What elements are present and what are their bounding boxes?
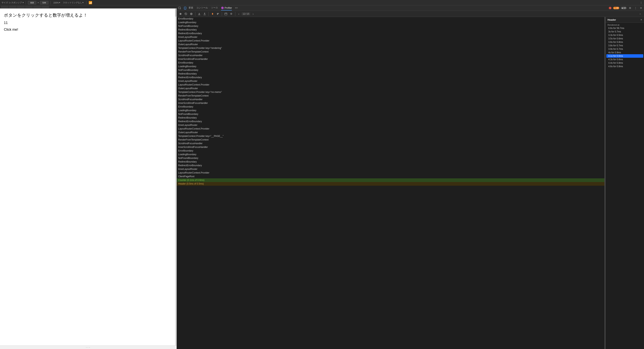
tree-item[interactable]: ErrorBoundary — [177, 105, 604, 109]
no-wifi-icon[interactable]: 📶 — [88, 1, 92, 5]
tree-item[interactable]: LoadingBoundary — [177, 65, 604, 68]
tree-item[interactable]: NotFoundBoundary — [177, 24, 604, 28]
tree-item[interactable]: ErrorBoundary — [177, 17, 604, 21]
width-input[interactable] — [28, 1, 36, 4]
scrollbar-thumb[interactable] — [175, 9, 177, 16]
tree-item[interactable]: RenderFromTemplateContext — [177, 138, 604, 142]
height-input[interactable] — [40, 1, 48, 4]
tree-item[interactable]: RedirectErrorBoundary — [177, 120, 604, 123]
tree-item[interactable]: LayoutRouterContext.Provider — [177, 39, 604, 43]
slotting-label: スロットリングなし — [63, 1, 82, 4]
render-item[interactable]: 3.8s for 0.7ms — [606, 44, 643, 47]
device-icon[interactable] — [183, 6, 187, 10]
render-item[interactable]: 0.6s for 59.7ms — [606, 26, 643, 30]
tree-item[interactable]: LoadingBoundary — [177, 21, 604, 24]
toolbar-more-icon[interactable]: ⋮ — [640, 1, 642, 4]
tree-item[interactable]: OuterLayoutRouter — [177, 43, 604, 46]
error-badge[interactable]: 1 — [609, 7, 612, 9]
tree-item[interactable]: LoadingBoundary — [177, 153, 604, 156]
tree-item[interactable]: InnerScrollAndFocusHandler — [177, 57, 604, 61]
render-item[interactable]: 4.3s for 0.6ms — [606, 58, 643, 61]
next-commit-button[interactable]: › — [251, 12, 255, 16]
more-options-icon[interactable]: ⋮ — [634, 6, 638, 10]
settings-icon[interactable]: ⚙ — [628, 6, 632, 10]
tree-item[interactable]: ErrorBoundary — [177, 61, 604, 65]
tab-elements[interactable]: 要素 — [188, 6, 193, 10]
devtools-right-icons: 1 △ 18 ■ 18 ⚙ ⋮ ✕ — [609, 6, 643, 10]
tree-item[interactable]: RedirectBoundary — [177, 116, 604, 120]
tree-item[interactable]: NotFoundBoundary — [177, 68, 604, 72]
load-button[interactable] — [197, 12, 202, 16]
tree-item[interactable]: NotFoundBoundary — [177, 156, 604, 160]
inspect-icon[interactable] — [178, 6, 182, 10]
tree-item[interactable]: TemplateContext.Provider key="__PAGE__" — [177, 134, 604, 138]
tree-item[interactable]: InnerLayoutRouter — [177, 79, 604, 83]
expand-right-button[interactable]: › — [638, 12, 642, 16]
tree-item[interactable]: ClientPageRoot — [177, 175, 604, 178]
slotting-dropdown[interactable]: スロットリングなし ▾ — [62, 1, 84, 4]
tree-item[interactable]: LoadingBoundary — [177, 109, 604, 112]
tree-item[interactable]: TemplateContext.Provider key="rendering" — [177, 46, 604, 50]
record-button[interactable] — [178, 12, 183, 16]
close-devtools-icon[interactable]: ✕ — [639, 6, 643, 10]
zoom-dropdown[interactable]: 150% ▾ — [52, 1, 61, 4]
render-item[interactable]: 3.3s for 0.5ms — [606, 34, 643, 37]
render-item[interactable]: 4s for 0.9ms — [606, 51, 643, 54]
tree-item[interactable]: ErrorBoundary — [177, 149, 604, 153]
clear-button[interactable] — [189, 12, 194, 16]
tree-item[interactable]: RedirectBoundary — [177, 28, 604, 32]
render-item[interactable]: 4.6s for 0.8ms — [606, 65, 643, 68]
tree-item[interactable]: RenderFromTemplateContext — [177, 94, 604, 98]
tree-item[interactable]: RedirectBoundary — [177, 160, 604, 164]
warning-badge[interactable]: △ 18 — [613, 7, 619, 9]
tree-item[interactable]: OuterLayoutRouter — [177, 87, 604, 90]
tree-item[interactable]: RenderFromTemplateContext — [177, 50, 604, 54]
tree-item[interactable]: Counter (0.1ms of 0.6ms) — [177, 178, 604, 182]
render-list: 0.6s for 59.7ms3s for 0.7ms3.3s for 0.5m… — [606, 26, 644, 68]
tree-item[interactable]: InnerScrollAndFocusHandler — [177, 145, 604, 149]
tree-item[interactable]: RedirectErrorBoundary — [177, 76, 604, 79]
render-item[interactable]: 3.6s for 0.8ms — [606, 40, 643, 44]
flamechart-button[interactable] — [210, 12, 215, 16]
info-badge[interactable]: ■ 18 — [621, 7, 627, 9]
ranked-button[interactable] — [216, 12, 220, 16]
reload-button[interactable] — [184, 12, 188, 16]
prev-commit-button[interactable]: ‹ — [237, 12, 241, 16]
render-item[interactable]: 3.9s for 0.7ms — [606, 47, 643, 51]
right-panel-close-button[interactable]: × — [640, 18, 642, 21]
tree-item[interactable]: Header (0.5ms of 0.5ms) — [177, 182, 604, 186]
error-count: 1 — [610, 7, 611, 9]
tree-item[interactable]: LayoutRouterContext.Provider — [177, 171, 604, 175]
click-me-button[interactable]: Click me! — [4, 28, 18, 32]
timeline-button[interactable] — [224, 12, 228, 16]
tree-item[interactable]: ScrollAndFocusHandler — [177, 98, 604, 101]
tab-profiler[interactable]: 🟣 Profiler — [221, 6, 232, 10]
tab-more[interactable]: >> — [235, 6, 238, 10]
render-item[interactable]: 3.5s for 0.6ms — [606, 37, 643, 40]
tree-item[interactable]: TemplateContext.Provider key="no-memo" — [177, 90, 604, 94]
tree-item[interactable]: InnerLayoutRouter — [177, 35, 604, 39]
render-item[interactable]: 4.1s for 0.6ms — [606, 54, 643, 58]
right-panel-header: Header × — [606, 17, 644, 22]
tree-item[interactable]: InnerLayoutRouter — [177, 123, 604, 127]
save-button[interactable] — [202, 12, 207, 16]
preview-scrollbar[interactable] — [175, 8, 177, 346]
tree-item[interactable]: LayoutRouterContext.Provider — [177, 127, 604, 131]
tree-item[interactable]: LayoutRouterContext.Provider — [177, 83, 604, 87]
tree-item[interactable]: InnerScrollAndFocusHandler — [177, 101, 604, 105]
render-item[interactable]: 3s for 0.7ms — [606, 30, 643, 34]
tree-item[interactable]: OuterLayoutRouter — [177, 131, 604, 134]
tab-console[interactable]: コンソール — [196, 6, 208, 10]
tree-item[interactable]: NotFoundBoundary — [177, 112, 604, 116]
current-commit: 12 — [243, 12, 245, 15]
tree-item[interactable]: ScrollAndFocusHandler — [177, 54, 604, 57]
tree-item[interactable]: RedirectErrorBoundary — [177, 164, 604, 167]
tree-item[interactable]: RedirectErrorBoundary — [177, 32, 604, 35]
render-item[interactable]: 4.4s for 0.8ms — [606, 61, 643, 65]
profiler-settings-icon[interactable]: ⚙ — [229, 12, 234, 16]
profiler-toolbar: ⚙ ‹ 12 / 15 › › — [177, 11, 644, 17]
tree-item[interactable]: InnerLayoutRouter — [177, 167, 604, 171]
tab-sources[interactable]: ソース — [211, 6, 218, 10]
tree-item[interactable]: ScrollAndFocusHandler — [177, 142, 604, 145]
tree-item[interactable]: RedirectBoundary — [177, 72, 604, 76]
